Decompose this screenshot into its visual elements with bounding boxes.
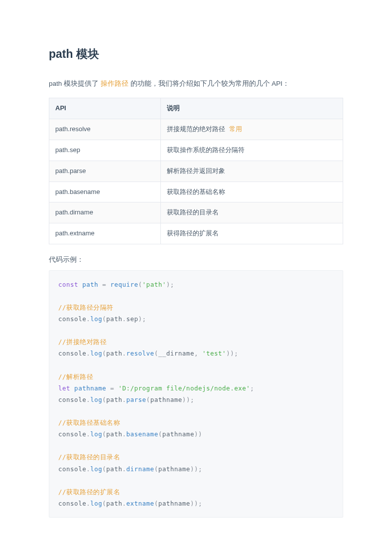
table-cell-desc: 获取操作系统的路径分隔符 (161, 140, 343, 161)
table-cell-api: path.sep (49, 140, 161, 161)
example-label: 代码示例： (49, 254, 343, 265)
intro-post: 的功能，我们将介绍如下几个较为常用的几个 API： (129, 80, 289, 87)
table-cell-api: path.basename (49, 182, 161, 202)
api-table-body: path.resolve拼接规范的绝对路径 常用path.sep获取操作系统的路… (49, 119, 343, 244)
table-row: path.basename获取路径的基础名称 (49, 182, 343, 202)
table-header-api: API (49, 98, 161, 119)
table-row: path.parse解析路径并返回对象 (49, 161, 343, 182)
table-cell-api: path.resolve (49, 119, 161, 140)
intro-highlight: 操作路径 (101, 80, 129, 87)
table-cell-desc: 获取路径的目录名 (161, 202, 343, 223)
table-cell-desc: 拼接规范的绝对路径 常用 (161, 119, 343, 140)
table-cell-desc: 解析路径并返回对象 (161, 161, 343, 182)
table-row: path.dirname获取路径的目录名 (49, 202, 343, 223)
page-title: path 模块 (49, 45, 343, 63)
api-table: API 说明 path.resolve拼接规范的绝对路径 常用path.sep获… (49, 98, 343, 244)
table-row: path.sep获取操作系统的路径分隔符 (49, 140, 343, 161)
table-row: path.resolve拼接规范的绝对路径 常用 (49, 119, 343, 140)
table-cell-desc: 获得路径的扩展名 (161, 223, 343, 244)
table-row: path.extname获得路径的扩展名 (49, 223, 343, 244)
table-cell-api: path.parse (49, 161, 161, 182)
intro-pre: path 模块提供了 (49, 80, 101, 87)
intro-paragraph: path 模块提供了 操作路径 的功能，我们将介绍如下几个较为常用的几个 API… (49, 78, 343, 89)
table-cell-badge: 常用 (227, 125, 242, 133)
table-cell-api: path.dirname (49, 202, 161, 223)
table-cell-api: path.extname (49, 223, 161, 244)
table-cell-desc: 获取路径的基础名称 (161, 182, 343, 202)
table-header-desc: 说明 (161, 98, 343, 119)
code-block: const path = require('path'); //获取路径分隔符 … (49, 270, 343, 518)
